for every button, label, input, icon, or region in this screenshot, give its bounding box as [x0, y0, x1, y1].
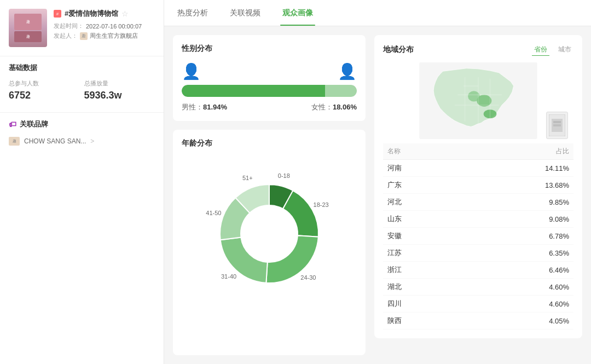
female-label: 女性：18.06% — [311, 102, 357, 112]
donut-label: 31-40 — [221, 273, 236, 280]
svg-point-3 — [468, 91, 480, 101]
gender-card: 性别分布 👤 👤 男性：81.94% 女性：18.0 — [173, 35, 366, 121]
region-name: 山东 — [383, 211, 461, 228]
brand-section: 🏷 关联品牌 趣 CHOW SANG SAN... > — [0, 112, 164, 154]
brand-item[interactable]: 趣 CHOW SANG SAN... > — [9, 135, 155, 148]
donut-label: 0-18 — [278, 172, 290, 179]
table-row: 安徽6.78% — [383, 228, 573, 245]
total-participants: 总参与人数 6752 — [9, 79, 80, 101]
region-name: 广东 — [383, 177, 461, 194]
table-row: 河北9.85% — [383, 194, 573, 211]
region-name: 四川 — [383, 296, 461, 313]
female-icon: 👤 — [338, 62, 357, 80]
male-pct: 81.94% — [203, 103, 227, 111]
donut-label: 41-50 — [206, 210, 221, 216]
donut-center — [242, 206, 297, 261]
region-name: 安徽 — [383, 228, 461, 245]
participants-value: 6752 — [9, 90, 80, 101]
region-name: 陕西 — [383, 313, 461, 330]
male-label: 男性：81.94% — [182, 102, 227, 112]
table-row: 河南14.11% — [383, 160, 573, 177]
main-content: 热度分析 关联视频 观众画像 性别分布 👤 👤 — [164, 0, 591, 364]
donut-label: 24-30 — [300, 274, 316, 281]
male-bar — [182, 85, 325, 97]
brand-logo: 趣 — [9, 137, 20, 146]
region-name: 浙江 — [383, 262, 461, 279]
region-ratio: 14.11% — [461, 160, 573, 177]
male-icon: 👤 — [182, 62, 201, 80]
gender-icons: 👤 👤 — [182, 62, 357, 80]
tab-province[interactable]: 省份 — [532, 44, 549, 56]
region-ratio: 4.60% — [461, 279, 573, 296]
participants-label: 总参与人数 — [9, 79, 80, 88]
region-title: 地域分布 — [383, 45, 414, 55]
content-area: 性别分布 👤 👤 男性：81.94% 女性：18.0 — [164, 26, 591, 364]
region-ratio: 6.46% — [461, 262, 573, 279]
female-pct: 18.06% — [333, 103, 357, 111]
plays-label: 总播放量 — [84, 79, 155, 88]
donut-container: 0-1818-2324-3031-4041-5051+ — [182, 157, 357, 310]
region-ratio: 13.68% — [461, 177, 573, 194]
brand-label: 🏷 关联品牌 — [9, 119, 155, 129]
sidebar-header: 趣 趣 # #爱情信物博物馆 ☆ — [0, 0, 164, 56]
region-ratio: 9.08% — [461, 211, 573, 228]
stats-grid: 总参与人数 6752 总播放量 5936.3w — [9, 79, 155, 101]
table-row: 陕西4.05% — [383, 313, 573, 330]
table-row: 浙江6.46% — [383, 262, 573, 279]
video-thumbnail: 趣 趣 — [9, 9, 47, 47]
table-row: 四川4.60% — [383, 296, 573, 313]
region-ratio: 9.85% — [461, 194, 573, 211]
topic-icon: # — [54, 10, 61, 18]
age-donut-chart: 0-1818-2324-3031-4041-5051+ — [204, 168, 335, 299]
age-card: 年龄分布 0-1818-2324-3031-4041-5051+ — [173, 130, 366, 355]
basic-data-title: 基础数据 — [9, 63, 155, 73]
map-container — [383, 62, 573, 139]
topic-title: #爱情信物博物馆 — [65, 9, 118, 19]
basic-data-section: 基础数据 总参与人数 6752 总播放量 5936.3w — [0, 56, 164, 112]
tabs-bar: 热度分析 关联视频 观众画像 — [164, 0, 591, 26]
age-title: 年龄分布 — [182, 138, 357, 148]
china-map — [418, 62, 538, 139]
post-time-line: 发起时间： 2022-07-16 00:00:07 — [54, 22, 155, 30]
donut-label: 18-23 — [314, 201, 329, 208]
tab-heat-analysis[interactable]: 热度分析 — [175, 0, 210, 26]
tab-audience-portrait[interactable]: 观众画像 — [280, 0, 315, 26]
gender-bar — [182, 85, 357, 97]
region-ratio: 6.78% — [461, 228, 573, 245]
region-ratio: 4.60% — [461, 296, 573, 313]
female-bar — [325, 85, 357, 97]
sidebar-info: # #爱情信物博物馆 ☆ 发起时间： 2022-07-16 00:00:07 发… — [54, 9, 155, 42]
sidebar: 趣 趣 # #爱情信物博物馆 ☆ — [0, 0, 164, 364]
region-ratio: 6.35% — [461, 245, 573, 262]
region-header: 地域分布 省份 城市 — [383, 44, 573, 56]
region-name: 河北 — [383, 194, 461, 211]
left-panel: 性别分布 👤 👤 男性：81.94% 女性：18.0 — [173, 35, 366, 355]
right-panel: 地域分布 省份 城市 — [374, 35, 582, 355]
region-card: 地域分布 省份 城市 — [374, 35, 582, 338]
total-plays: 总播放量 5936.3w — [84, 79, 155, 101]
table-header-name: 名称 — [383, 143, 461, 160]
table-row: 湖北4.60% — [383, 279, 573, 296]
region-ratio: 4.05% — [461, 313, 573, 330]
region-name: 江苏 — [383, 245, 461, 262]
table-header-ratio: 占比 — [461, 143, 573, 160]
plays-value: 5936.3w — [84, 90, 155, 101]
table-row: 江苏6.35% — [383, 245, 573, 262]
tab-related-videos[interactable]: 关联视频 — [228, 0, 263, 26]
region-name: 河南 — [383, 160, 461, 177]
table-row: 山东9.08% — [383, 211, 573, 228]
brand-name: CHOW SANG SAN... — [24, 137, 86, 145]
gender-labels: 男性：81.94% 女性：18.06% — [182, 102, 357, 112]
star-icon[interactable]: ☆ — [121, 9, 129, 18]
tab-city[interactable]: 城市 — [556, 44, 573, 56]
brand-arrow-icon[interactable]: > — [90, 137, 94, 145]
region-tabs: 省份 城市 — [532, 44, 573, 56]
map-badge — [546, 112, 568, 139]
publisher-icon: 趣 — [80, 32, 88, 40]
table-row: 广东13.68% — [383, 177, 573, 194]
donut-label: 51+ — [242, 175, 253, 181]
region-table: 名称 占比 河南14.11%广东13.68%河北9.85%山东9.08%安徽6.… — [383, 143, 573, 330]
gender-title: 性别分布 — [182, 44, 357, 54]
region-name: 湖北 — [383, 279, 461, 296]
publisher-line: 发起人： 趣 周生生官方旗舰店 — [54, 32, 155, 40]
